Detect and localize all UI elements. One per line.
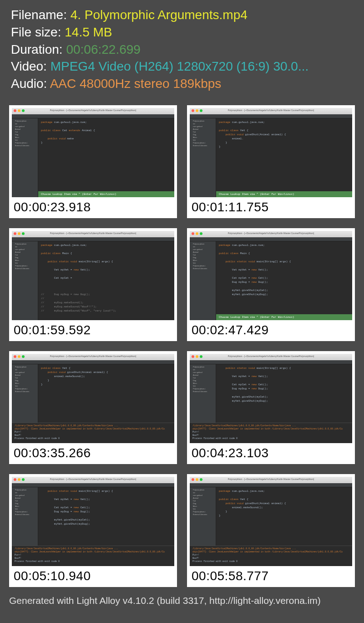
video-label: Video: <box>11 59 51 73</box>
thumbnail-3: Polymorphism - [~/Documents/AngelaYu/Ude… <box>9 228 177 341</box>
footer-text: Generated with Light Alloy v4.10.2 (buil… <box>0 592 364 610</box>
code-editor: package com.gohool.java.com; public clas… <box>216 118 352 197</box>
duration-row: Duration: 00:06:22.699 <box>11 41 353 58</box>
thumbnail-8: Polymorphism - [~/Documents/AngelaYu/Ude… <box>187 474 355 587</box>
audio-label: Audio: <box>11 77 50 91</box>
ide-body: Polymorphism src com.gohool Animal Cat D… <box>12 241 174 320</box>
thumbnail-grid: Polymorphism - [~/Documents/AngelaYu/Ude… <box>0 97 364 592</box>
window-titlebar: Polymorphism - [~/Documents/AngelaYu/Ude… <box>190 354 352 360</box>
ide-body: Polymorphism src com.gohool Animal Cat D… <box>12 118 174 197</box>
frame-timestamp: 00:02:47.429 <box>190 320 352 338</box>
ide-toolbar <box>190 360 352 364</box>
window-titlebar: Polymorphism - [~/Documents/AngelaYu/Ude… <box>12 231 174 237</box>
frame-timestamp: 00:05:10.940 <box>12 566 174 584</box>
ide-screenshot: Polymorphism - [~/Documents/AngelaYu/Ude… <box>12 477 174 566</box>
ide-body: Polymorphism src com.gohool Animal Cat D… <box>12 364 174 423</box>
window-titlebar: Polymorphism - [~/Documents/AngelaYu/Ude… <box>12 108 174 114</box>
ide-toolbar <box>12 237 174 241</box>
thumbnail-4: Polymorphism - [~/Documents/AngelaYu/Ude… <box>187 228 355 341</box>
code-editor: public static void main(String[] args) {… <box>216 364 352 423</box>
lookup-hint-bar: Choose Lookup Item via ⌃ (Enter for Win/… <box>216 191 352 197</box>
thumbnail-1: Polymorphism - [~/Documents/AngelaYu/Ude… <box>9 105 177 218</box>
ide-screenshot: Polymorphism - [~/Documents/AngelaYu/Ude… <box>12 354 174 443</box>
ide-body: Polymorphism src com.gohool Animal Cat D… <box>12 487 174 546</box>
project-sidebar: Polymorphism src com.gohool Animal Cat D… <box>190 487 216 546</box>
ide-screenshot: Polymorphism - [~/Documents/AngelaYu/Ude… <box>190 354 352 443</box>
video-row: Video: MPEG4 Video (H264) 1280x720 (16:9… <box>11 58 353 75</box>
ide-body: Polymorphism src com.gohool Animal Cat D… <box>190 241 352 320</box>
window-titlebar: Polymorphism - [~/Documents/AngelaYu/Ude… <box>190 231 352 237</box>
thumbnail-5: Polymorphism - [~/Documents/AngelaYu/Ude… <box>9 351 177 464</box>
code-editor: public class Vet { public void giveShot(… <box>38 364 174 423</box>
video-value: MPEG4 Video (H264) 1280x720 (16:9) 30.0.… <box>51 59 309 73</box>
ide-screenshot: Polymorphism - [~/Documents/AngelaYu/Ude… <box>190 108 352 197</box>
audio-value: AAC 48000Hz stereo 189kbps <box>50 77 222 91</box>
code-editor: package com.gohool.java.com; public clas… <box>38 118 174 197</box>
frame-timestamp: 00:04:23.103 <box>190 443 352 461</box>
filesize-label: File size: <box>11 25 65 39</box>
ide-toolbar <box>12 483 174 487</box>
project-sidebar: Polymorphism src com.gohool Animal Cat D… <box>190 241 216 320</box>
thumbnail-7: Polymorphism - [~/Documents/AngelaYu/Ude… <box>9 474 177 587</box>
window-titlebar: Polymorphism - [~/Documents/AngelaYu/Ude… <box>12 354 174 360</box>
filesize-row: File size: 14.5 MB <box>11 24 353 41</box>
ide-body: Polymorphism src com.gohool Animal Cat D… <box>190 118 352 197</box>
frame-timestamp: 00:01:11.755 <box>190 197 352 215</box>
ide-body: Polymorphism src com.gohool Animal Cat D… <box>190 487 352 546</box>
window-titlebar: Polymorphism - [~/Documents/AngelaYu/Ude… <box>190 477 352 483</box>
ide-toolbar <box>12 360 174 364</box>
thumbnail-6: Polymorphism - [~/Documents/AngelaYu/Ude… <box>187 351 355 464</box>
run-console: /Library/Java/JavaVirtualMachines/jdk1.8… <box>12 546 174 566</box>
ide-screenshot: Polymorphism - [~/Documents/AngelaYu/Ude… <box>190 231 352 320</box>
filename-row: Filename: 4. Polymorphic Arguments.mp4 <box>11 6 353 24</box>
project-sidebar: Polymorphism src com.gohool Animal Cat D… <box>12 241 38 320</box>
project-sidebar: Polymorphism src com.gohool Animal Cat D… <box>12 364 38 423</box>
lookup-hint-bar: Choose Lookup Item via ⌃ (Enter for Win/… <box>38 191 174 197</box>
filename-label: Filename: <box>11 8 71 22</box>
code-editor: public static void main(String[] args) {… <box>38 487 174 546</box>
ide-toolbar <box>190 114 352 118</box>
frame-timestamp: 00:03:35.266 <box>12 443 174 461</box>
code-editor: package com.gohool.java.com; public clas… <box>216 487 352 546</box>
code-editor: package com.gohool.java.com; public clas… <box>216 241 352 320</box>
ide-screenshot: Polymorphism - [~/Documents/AngelaYu/Ude… <box>12 108 174 197</box>
run-console: /Library/Java/JavaVirtualMachines/jdk1.8… <box>190 546 352 566</box>
file-info-header: Filename: 4. Polymorphic Arguments.mp4 F… <box>0 0 364 97</box>
ide-toolbar <box>12 114 174 118</box>
ide-screenshot: Polymorphism - [~/Documents/AngelaYu/Ude… <box>190 477 352 566</box>
ide-body: Polymorphism src com.gohool Animal Cat D… <box>190 364 352 423</box>
ide-toolbar <box>190 237 352 241</box>
run-console: /Library/Java/JavaVirtualMachines/jdk1.8… <box>190 423 352 443</box>
run-console: /Library/Java/JavaVirtualMachines/jdk1.8… <box>12 423 174 443</box>
code-editor: package com.gohool.java.com; public clas… <box>38 241 174 320</box>
duration-value: 00:06:22.699 <box>66 42 141 56</box>
duration-label: Duration: <box>11 42 66 56</box>
ide-toolbar <box>190 483 352 487</box>
project-sidebar: Polymorphism src com.gohool Animal Cat D… <box>12 487 38 546</box>
filesize-value: 14.5 MB <box>65 25 112 39</box>
frame-timestamp: 00:00:23.918 <box>12 197 174 215</box>
window-titlebar: Polymorphism - [~/Documents/AngelaYu/Ude… <box>12 477 174 483</box>
frame-timestamp: 00:01:59.592 <box>12 320 174 338</box>
audio-row: Audio: AAC 48000Hz stereo 189kbps <box>11 75 353 92</box>
project-sidebar: Polymorphism src com.gohool Animal Cat D… <box>190 364 216 423</box>
thumbnail-2: Polymorphism - [~/Documents/AngelaYu/Ude… <box>187 105 355 218</box>
filename-value: 4. Polymorphic Arguments.mp4 <box>71 8 248 22</box>
project-sidebar: Polymorphism src com.gohool Animal Cat D… <box>12 118 38 197</box>
ide-screenshot: Polymorphism - [~/Documents/AngelaYu/Ude… <box>12 231 174 320</box>
project-sidebar: Polymorphism src com.gohool Animal Cat D… <box>190 118 216 197</box>
frame-timestamp: 00:05:58.777 <box>190 566 352 584</box>
window-titlebar: Polymorphism - [~/Documents/AngelaYu/Ude… <box>190 108 352 114</box>
lookup-hint-bar: Choose Lookup Item via ⌃ (Enter for Win/… <box>216 314 352 320</box>
